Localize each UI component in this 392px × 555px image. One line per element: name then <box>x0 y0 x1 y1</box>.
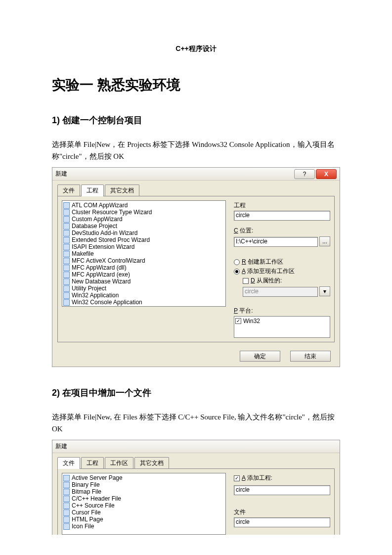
platform-item-win32[interactable]: Win32 <box>235 318 329 324</box>
ellipsis-icon: ... <box>322 238 327 245</box>
radio-add-workspace[interactable]: A 添加至现有工作区 <box>234 267 330 276</box>
wizard-icon <box>63 237 70 243</box>
file-type-icon <box>63 475 70 481</box>
file-name-input[interactable]: circle <box>234 517 330 527</box>
list-item[interactable]: Cluster Resource Type Wizard <box>63 209 224 216</box>
file-type-list[interactable]: Active Server PageBinary FileBitmap File… <box>62 473 226 535</box>
wizard-icon <box>63 258 70 264</box>
platform-list[interactable]: Win32 <box>234 316 330 338</box>
project-type-list[interactable]: ATL COM AppWizardCluster Resource Type W… <box>62 200 226 307</box>
checkbox-icon <box>235 318 241 324</box>
list-item[interactable]: DevStudio Add-in Wizard <box>63 230 224 236</box>
dialog-button-row: 确定 结束 <box>52 348 340 367</box>
wizard-icon <box>63 292 70 299</box>
list-item[interactable]: MFC AppWizard (dll) <box>63 264 224 271</box>
wizard-icon <box>63 272 70 278</box>
list-item[interactable]: Database Project <box>63 223 224 230</box>
wizard-icon <box>63 285 70 292</box>
radio-icon <box>234 269 240 275</box>
platform-label: P 平台: <box>234 307 330 315</box>
section2-paragraph: 选择菜单 File|New, 在 Files 标签下选择 C/C++ Sourc… <box>52 411 340 435</box>
list-item[interactable]: Makefile <box>63 250 224 257</box>
close-button[interactable]: X <box>316 169 337 179</box>
file-type-icon <box>63 516 70 523</box>
list-item[interactable]: Win32 Dynamic-Link Library <box>63 306 224 307</box>
wizard-icon <box>63 230 70 236</box>
titlebar[interactable]: 新建 <box>52 440 340 453</box>
radio-new-workspace[interactable]: R 创建新工作区 <box>234 258 330 266</box>
tab-files[interactable]: 文件 <box>57 185 80 196</box>
file-type-icon <box>63 489 70 495</box>
list-item[interactable]: Binary File <box>63 481 224 488</box>
wizard-icon <box>63 251 70 257</box>
list-item[interactable]: Icon File <box>63 523 224 530</box>
wizard-icon <box>63 244 70 250</box>
list-item[interactable]: ATL COM AppWizard <box>63 202 224 209</box>
wizard-icon <box>63 216 70 223</box>
ok-button[interactable]: 确定 <box>240 351 280 362</box>
help-button[interactable]: ? <box>294 169 315 179</box>
dialog-title: 新建 <box>55 442 67 451</box>
project-name-label: 工程 <box>234 201 330 210</box>
chevron-down-icon: ▾ <box>323 288 326 295</box>
list-item[interactable]: New Database Wizard <box>63 278 224 285</box>
section2-heading: 2) 在项目中增加一个文件 <box>52 387 340 399</box>
list-item[interactable]: Win32 Console Application <box>63 299 224 306</box>
tab-projects[interactable]: 工程 <box>81 457 104 469</box>
cancel-button[interactable]: 结束 <box>290 351 331 362</box>
new-dialog-files: 新建 文件 工程 工作区 其它文档 Active Server PageBina… <box>52 440 340 535</box>
browse-button[interactable]: ... <box>319 236 330 246</box>
list-item[interactable]: C++ Source File <box>63 502 224 509</box>
tab-other-docs[interactable]: 其它文档 <box>134 457 169 469</box>
list-item[interactable]: Win32 Application <box>63 292 224 299</box>
close-icon: X <box>324 171 328 178</box>
help-icon: ? <box>303 171 306 178</box>
tab-files[interactable]: 文件 <box>57 457 80 469</box>
new-dialog-projects: 新建 ? X 文件 工程 其它文档 ATL COM AppWizardClust… <box>52 167 340 367</box>
list-item[interactable]: Active Server Page <box>63 474 224 481</box>
checkbox-icon <box>234 475 240 481</box>
wizard-icon <box>63 306 70 307</box>
location-label: C 位置: <box>234 227 330 235</box>
wizard-icon <box>63 299 70 306</box>
list-item[interactable]: Extended Stored Proc Wizard <box>63 236 224 243</box>
dependency-select[interactable]: circle <box>243 287 318 297</box>
dependency-checkbox[interactable]: D 从属性的: <box>243 277 330 285</box>
tab-workspaces[interactable]: 工作区 <box>105 457 133 469</box>
add-to-project-checkbox[interactable]: A 添加工程: <box>234 474 330 482</box>
list-item[interactable]: C/C++ Header File <box>63 495 224 502</box>
list-item[interactable]: ISAPI Extension Wizard <box>63 243 224 250</box>
tab-panel: Active Server PageBinary FileBitmap File… <box>57 468 335 535</box>
section1-heading: 1) 创建一个控制台项目 <box>52 114 340 126</box>
list-item[interactable]: Utility Project <box>63 285 224 292</box>
project-name-input[interactable]: circle <box>234 211 330 221</box>
tab-strip: 文件 工程 其它文档 <box>52 181 340 196</box>
tab-projects[interactable]: 工程 <box>81 185 104 196</box>
tab-other-docs[interactable]: 其它文档 <box>105 185 139 196</box>
section1-paragraph: 选择菜单 File|New，在 Projects 标签下选择 Windows32… <box>52 139 340 162</box>
checkbox-icon <box>243 278 249 284</box>
list-item[interactable]: Custom AppWizard <box>63 216 224 223</box>
dialog-title: 新建 <box>55 170 67 178</box>
list-item[interactable]: Cursor File <box>63 509 224 516</box>
list-item[interactable]: MFC ActiveX ControlWizard <box>63 257 224 264</box>
workspace-groupbox: R 创建新工作区 A 添加至现有工作区 D 从属性的: circle ▾ <box>234 258 330 297</box>
list-item[interactable]: Bitmap File <box>63 488 224 495</box>
dependency-dropdown-button[interactable]: ▾ <box>319 286 330 296</box>
document-title: C++程序设计 <box>52 45 340 53</box>
add-to-project-select[interactable]: circle <box>234 485 330 495</box>
file-type-icon <box>63 496 70 502</box>
file-name-label: 文件 <box>234 508 330 516</box>
location-input[interactable]: I:\C++\circle <box>234 237 318 247</box>
wizard-icon <box>63 223 70 230</box>
wizard-icon <box>63 265 70 271</box>
wizard-icon <box>63 278 70 285</box>
list-item[interactable]: MFC AppWizard (exe) <box>63 271 224 278</box>
file-type-icon <box>63 523 70 530</box>
titlebar[interactable]: 新建 ? X <box>52 168 340 181</box>
file-type-icon <box>63 482 70 488</box>
file-type-icon <box>63 509 70 516</box>
tab-strip: 文件 工程 工作区 其它文档 <box>52 453 340 469</box>
tab-panel: ATL COM AppWizardCluster Resource Type W… <box>57 196 335 342</box>
list-item[interactable]: HTML Page <box>63 516 224 523</box>
